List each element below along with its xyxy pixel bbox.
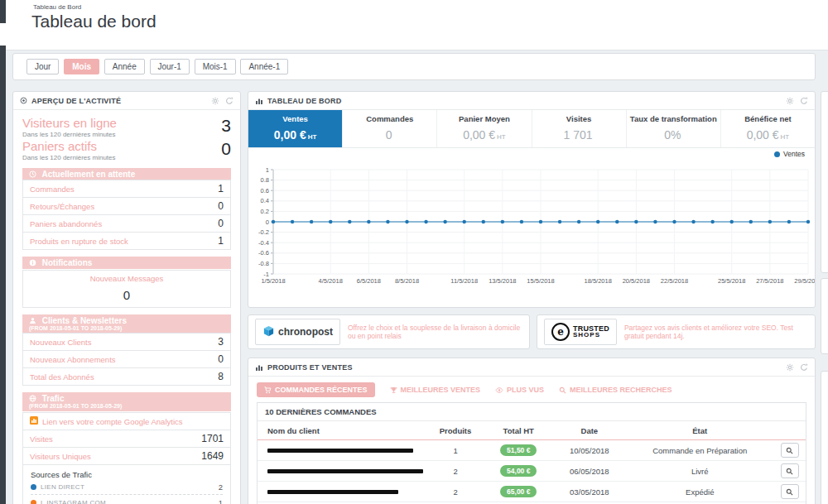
kpi-value: 0%	[627, 128, 720, 142]
source-label: L.INSTAGRAM.COM	[41, 499, 106, 504]
kpi-cell[interactable]: Commandes 0	[342, 110, 436, 147]
refresh-icon[interactable]	[225, 97, 233, 105]
trusted-shops-logo: e TRUSTED SHOPS	[544, 319, 617, 345]
globe-icon	[29, 395, 36, 402]
breadcrumb[interactable]: Tableau de Bord	[33, 3, 81, 11]
svg-text:6/5/2018: 6/5/2018	[357, 277, 381, 285]
stat-row[interactable]: Nouveaux Clients 3	[22, 333, 231, 351]
traffic-source-row: LIEN DIRECT 2	[31, 479, 223, 495]
trusted-shops-ad-banner[interactable]: e TRUSTED SHOPS Partagez vos avis client…	[537, 314, 816, 349]
time-filter-button[interactable]: Jour-1	[150, 59, 190, 74]
source-value: 1	[219, 498, 223, 504]
traffic-source-row: L.INSTAGRAM.COM 1	[31, 495, 223, 504]
stat-row[interactable]: Visiteurs Uniques 1649	[22, 447, 231, 465]
traffic-section-range: (FROM 2018-05-01 TO 2018-05-29)	[29, 403, 224, 410]
collapsed-sidebar[interactable]	[0, 0, 6, 504]
stat-row[interactable]: Commandes 1	[22, 180, 231, 198]
order-total-badge: 54,00 €	[500, 465, 537, 477]
stat-row[interactable]: Nouveaux Abonnements 0	[22, 350, 231, 368]
page-header: Tableau de Bord Tableau de bord	[6, 0, 828, 50]
time-filter-button[interactable]: Année	[104, 59, 145, 74]
stat-row[interactable]: Total des Abonnés 8	[22, 367, 231, 386]
gear-icon[interactable]	[211, 97, 219, 105]
order-date: 06/05/2018	[552, 461, 626, 482]
svg-text:18/5/2018: 18/5/2018	[585, 277, 612, 285]
view-order-button[interactable]	[781, 463, 799, 478]
products-panel-title: PRODUITS ET VENTES	[267, 363, 353, 372]
dashboard-panel: TABLEAU DE BORD Ventes 0,00 €HT Commande…	[248, 91, 816, 308]
search-icon	[786, 486, 793, 498]
stat-row[interactable]: Visites 1701	[22, 430, 231, 448]
redacted-client-name	[267, 490, 398, 494]
time-filter-button[interactable]: Jour	[26, 59, 59, 74]
stat-label: Commandes	[30, 185, 75, 194]
stat-value: 1649	[201, 450, 224, 462]
big-stat-label: Visiteurs en ligne	[22, 117, 117, 129]
source-label: LIEN DIRECT	[41, 483, 84, 491]
products-tabs: COMMANDES RÉCENTES MEILLEURES VENTES PLU…	[248, 377, 815, 402]
source-value: 2	[219, 482, 223, 492]
order-row: 2 65,00 € 03/05/2018 Expédié	[258, 482, 806, 502]
view-order-button[interactable]	[781, 484, 799, 499]
kpi-label: Commandes	[343, 114, 436, 123]
stat-label: Visites	[30, 434, 53, 444]
stat-label: Visiteurs Uniques	[30, 452, 91, 461]
customers-section-header: Clients & Newsletters (FROM 2018-05-01 T…	[22, 314, 231, 334]
new-messages-box[interactable]: Nouveaux Messages 0	[22, 270, 231, 308]
gear-icon[interactable]	[786, 97, 794, 105]
gear-icon[interactable]	[786, 363, 794, 372]
cart-icon	[264, 386, 272, 394]
source-color-dot	[31, 484, 36, 490]
clock-icon	[29, 170, 36, 178]
stat-value: 1	[218, 183, 224, 194]
col-products: Produits	[426, 421, 484, 440]
chronopost-ad-banner[interactable]: chronopost Offrez le choix et la souples…	[248, 314, 530, 349]
eye-icon	[495, 386, 503, 394]
kpi-label: Taux de transformation	[627, 114, 720, 123]
kpi-cell[interactable]: Ventes 0,00 €HT	[248, 110, 342, 147]
kpi-cell[interactable]: Visites 1 701	[532, 110, 626, 147]
kpi-label: Visites	[532, 114, 626, 123]
col-action	[773, 421, 806, 440]
new-messages-label: Nouveaux Messages	[23, 274, 230, 283]
kpi-cell[interactable]: Taux de transformation 0%	[626, 110, 720, 147]
products-tab[interactable]: MEILLEURES RECHERCHES	[559, 386, 672, 394]
search-icon	[559, 386, 566, 394]
time-filter-button[interactable]: Année-1	[240, 59, 288, 74]
user-icon	[29, 317, 36, 324]
time-filter-button[interactable]: Mois	[64, 59, 99, 74]
products-tab[interactable]: COMMANDES RÉCENTES	[257, 382, 375, 397]
stat-label: Nouveaux Clients	[30, 338, 91, 347]
time-filter-button[interactable]: Mois-1	[195, 59, 236, 74]
svg-text:11/5/2018: 11/5/2018	[450, 277, 478, 285]
trusted-shops-ad-text: Partagez vos avis clients et améliorez v…	[624, 324, 808, 340]
col-status: État	[626, 421, 773, 440]
products-tab[interactable]: PLUS VUS	[495, 386, 544, 394]
stat-label: Produits en rupture de stock	[30, 237, 128, 246]
kpi-cell[interactable]: Panier Moyen 0,00 €HT	[436, 110, 531, 147]
products-sales-panel: PRODUITS ET VENTES COMMANDES RÉCENTES ME…	[248, 358, 816, 504]
svg-text:4/5/2018: 4/5/2018	[319, 277, 343, 285]
kpi-cell[interactable]: Bénéfice net 0,00 €HT	[720, 110, 815, 147]
stat-value: 8	[218, 371, 224, 382]
refresh-icon[interactable]	[800, 97, 808, 105]
kpi-value: 0,00 €HT	[248, 128, 342, 142]
bar-chart-icon	[255, 363, 263, 372]
view-order-button[interactable]	[781, 443, 799, 458]
svg-text:8/5/2018: 8/5/2018	[395, 277, 419, 285]
stat-row[interactable]: Paniers abandonnés 0	[22, 214, 231, 233]
google-analytics-link[interactable]: Lien vers votre compte Google Analytics	[22, 412, 231, 430]
order-date: 03/05/2018	[552, 482, 626, 502]
order-total-badge: 51,50 €	[500, 444, 537, 456]
stat-row[interactable]: Produits en rupture de stock 1	[22, 232, 231, 250]
stat-label: Paniers abandonnés	[30, 219, 102, 228]
col-total: Total HT	[484, 421, 552, 440]
traffic-sources-box: Sources de Trafic LIEN DIRECT 2 L.INSTAG…	[22, 464, 231, 504]
kpi-value: 0,00 €HT	[721, 128, 815, 142]
chronopost-cube-icon	[262, 325, 275, 339]
svg-text:15/5/2018: 15/5/2018	[527, 277, 554, 285]
chronopost-logo: chronopost	[255, 319, 340, 345]
refresh-icon[interactable]	[800, 363, 808, 372]
stat-row[interactable]: Retours/Échanges 0	[22, 197, 231, 215]
products-tab[interactable]: MEILLEURES VENTES	[390, 386, 481, 394]
